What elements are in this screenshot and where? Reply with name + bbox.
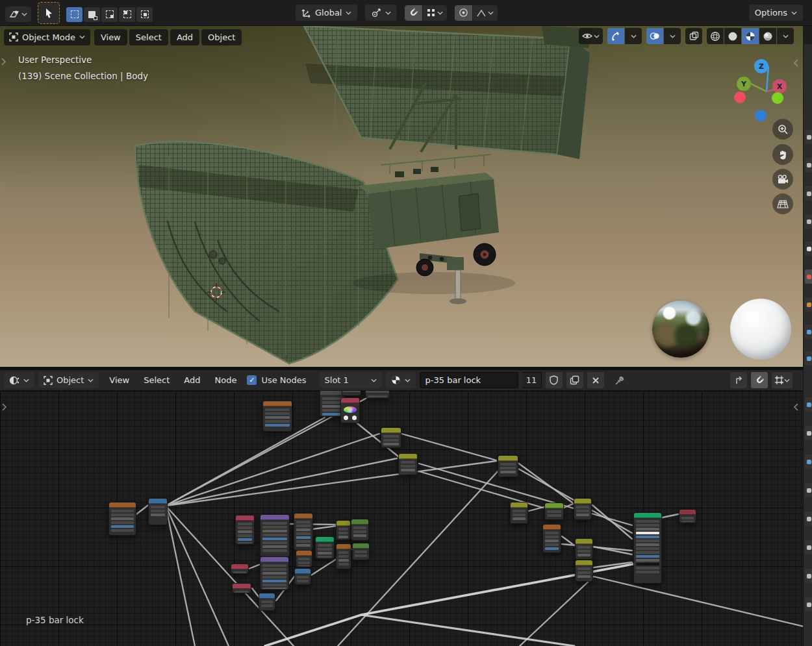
material-name-input[interactable]: [420, 372, 518, 388]
shader-node[interactable]: [679, 509, 696, 523]
gizmo-axis-x[interactable]: X: [772, 79, 787, 93]
snap-target-dropdown[interactable]: [423, 5, 447, 21]
ortho-toggle-button[interactable]: [772, 193, 793, 214]
proportional-editing-toggle[interactable]: [455, 5, 472, 21]
radar-dish-lower[interactable]: [135, 142, 398, 364]
active-tool-button[interactable]: [38, 2, 60, 24]
pivot-point-dropdown[interactable]: [365, 5, 397, 21]
shader-node[interactable]: [336, 520, 351, 540]
gizmo-axis-y[interactable]: Y: [737, 77, 751, 91]
shader-node[interactable]: [259, 593, 275, 611]
select-mode-box[interactable]: [84, 7, 100, 22]
shader-node[interactable]: [232, 583, 251, 593]
viewport-menu-view[interactable]: View: [94, 29, 127, 45]
proportional-falloff-dropdown[interactable]: [473, 5, 498, 21]
shading-material-button[interactable]: [742, 28, 759, 44]
node-sidebar-expand-chevron[interactable]: [793, 403, 799, 412]
gizmo-axis-x-neg[interactable]: [734, 92, 746, 103]
select-mode-lasso[interactable]: [119, 7, 135, 22]
shading-dropdown[interactable]: [777, 28, 794, 44]
viewport-3d[interactable]: Object Mode ViewSelectAddObject: [0, 26, 803, 367]
shader-node[interactable]: [235, 515, 255, 545]
node-snap-toggle[interactable]: [751, 372, 768, 388]
properties-tab[interactable]: [805, 325, 812, 339]
shader-node-canvas[interactable]: p-35 bar lock: [0, 391, 803, 646]
show-overlays-toggle[interactable]: [646, 28, 663, 44]
options-dropdown[interactable]: Options: [749, 5, 803, 21]
shader-node[interactable]: [351, 519, 369, 541]
transform-orientation-dropdown[interactable]: Global: [296, 5, 357, 21]
object-visibility-dropdown[interactable]: [579, 28, 603, 44]
select-mode-intersect[interactable]: [136, 7, 153, 22]
zoom-button[interactable]: [772, 119, 793, 140]
snap-toggle[interactable]: [405, 5, 422, 21]
node-menu-select[interactable]: Select: [137, 372, 176, 388]
shader-node[interactable]: [542, 524, 561, 553]
select-mode-circle[interactable]: [101, 7, 118, 22]
shader-node[interactable]: [340, 397, 360, 423]
gizmo-axis-z-neg[interactable]: [755, 110, 767, 121]
material-user-count[interactable]: 11: [522, 372, 542, 388]
gizmo-axis-z[interactable]: Z: [754, 59, 768, 73]
shader-node[interactable]: [148, 498, 168, 525]
shading-solid-button[interactable]: [724, 28, 741, 44]
properties-tab[interactable]: [805, 269, 812, 284]
viewport-menu-add[interactable]: Add: [170, 29, 199, 45]
xray-toggle[interactable]: [685, 28, 702, 44]
editor-type-button[interactable]: [5, 6, 31, 22]
shader-node[interactable]: [575, 538, 593, 560]
properties-tab[interactable]: [805, 483, 812, 497]
shader-node[interactable]: [336, 543, 351, 569]
shader-node[interactable]: [498, 455, 518, 477]
shader-node[interactable]: [296, 550, 312, 567]
viewport-menu-select[interactable]: Select: [129, 29, 168, 45]
shader-node[interactable]: [633, 512, 662, 584]
properties-tab[interactable]: [805, 512, 812, 526]
shader-type-dropdown[interactable]: Object: [38, 372, 99, 388]
shader-node[interactable]: [231, 564, 249, 574]
show-gizmo-toggle[interactable]: [607, 28, 624, 44]
unlink-material-button[interactable]: [587, 372, 604, 388]
shader-node[interactable]: [574, 498, 592, 520]
gizmo-dropdown[interactable]: [625, 28, 642, 44]
properties-tab[interactable]: [805, 351, 812, 366]
material-slot-dropdown[interactable]: Slot 1: [320, 372, 382, 388]
shader-node[interactable]: [510, 502, 528, 524]
camera-view-button[interactable]: [772, 169, 793, 190]
shader-node[interactable]: [315, 536, 335, 559]
pin-icon[interactable]: [615, 375, 625, 386]
properties-tab[interactable]: [805, 597, 812, 612]
properties-tab[interactable]: [805, 569, 812, 583]
shading-wireframe-button[interactable]: [707, 28, 724, 44]
shader-node[interactable]: [260, 514, 290, 557]
editor-type-button-shader[interactable]: [4, 372, 34, 388]
properties-tab[interactable]: [805, 214, 812, 229]
properties-tab[interactable]: [805, 397, 812, 412]
properties-tab[interactable]: [805, 130, 812, 144]
properties-tab[interactable]: [805, 186, 812, 201]
viewport-menu-object[interactable]: Object: [201, 29, 242, 45]
shader-node[interactable]: [294, 568, 311, 585]
node-snap-target-dropdown[interactable]: [772, 372, 793, 388]
shader-node[interactable]: [352, 543, 370, 560]
properties-tab[interactable]: [805, 297, 812, 312]
shader-node[interactable]: [262, 401, 292, 432]
new-material-button[interactable]: [566, 372, 583, 388]
overlays-dropdown[interactable]: [664, 28, 681, 44]
toolbar-expand-chevron[interactable]: [1, 57, 6, 66]
shader-node[interactable]: [260, 556, 289, 590]
properties-tab[interactable]: [805, 454, 812, 469]
shader-node[interactable]: [575, 560, 593, 582]
mode-dropdown[interactable]: Object Mode: [4, 29, 90, 45]
shader-node[interactable]: [398, 453, 418, 475]
gizmo-axis-y-neg[interactable]: [772, 92, 783, 104]
properties-tab[interactable]: [805, 242, 812, 256]
shader-node[interactable]: [381, 427, 401, 448]
properties-tab[interactable]: [805, 540, 812, 554]
shading-rendered-button[interactable]: [759, 28, 776, 44]
pan-button[interactable]: [772, 144, 793, 165]
node-menu-view[interactable]: View: [103, 372, 136, 388]
select-mode-tweak[interactable]: [66, 7, 82, 22]
node-toolbar-expand-chevron[interactable]: [1, 403, 7, 412]
shader-node[interactable]: [108, 502, 136, 536]
